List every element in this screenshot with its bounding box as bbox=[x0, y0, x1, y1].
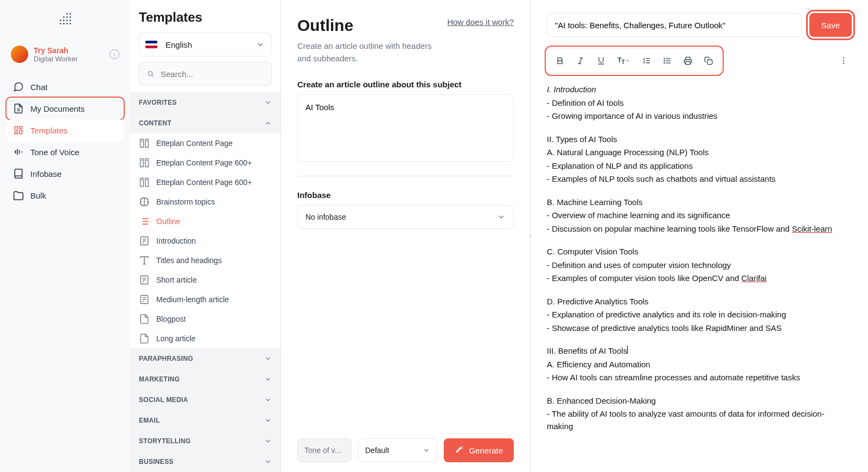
info-icon[interactable]: i bbox=[110, 49, 119, 59]
template-icon bbox=[139, 294, 150, 305]
nav-my-documents[interactable]: My Documents bbox=[7, 98, 124, 119]
svg-rect-6 bbox=[141, 159, 144, 167]
template-label: Short article bbox=[156, 276, 197, 284]
template-item[interactable]: Introduction bbox=[130, 231, 280, 251]
template-label: Titles and headings bbox=[156, 256, 222, 265]
nav-chat[interactable]: Chat bbox=[7, 76, 124, 98]
editor-content[interactable]: I. Introduction- Definition of AI tools-… bbox=[547, 84, 852, 472]
chevron-down-icon bbox=[264, 375, 272, 383]
group-business[interactable]: BUSINESS bbox=[130, 451, 280, 472]
template-icon bbox=[139, 333, 150, 344]
right-panel: Save TT I. Introduction- Definition of A… bbox=[531, 0, 868, 472]
svg-rect-7 bbox=[145, 159, 149, 167]
svg-point-49 bbox=[843, 60, 844, 61]
svg-line-36 bbox=[579, 58, 582, 64]
underline-button[interactable] bbox=[592, 52, 610, 70]
tone-icon bbox=[13, 146, 24, 157]
chevron-down-icon bbox=[250, 40, 271, 49]
svg-point-48 bbox=[843, 58, 844, 59]
page-title: Outline bbox=[297, 16, 438, 35]
template-icon bbox=[139, 216, 150, 227]
template-label: Blogpost bbox=[156, 315, 186, 323]
template-item[interactable]: Long article bbox=[130, 329, 280, 348]
group-storytelling[interactable]: STORYTELLING bbox=[130, 431, 280, 451]
templates-title: Templates bbox=[139, 10, 272, 25]
text-format-button[interactable]: TT bbox=[612, 52, 635, 70]
bullet-list-button[interactable] bbox=[658, 52, 676, 70]
template-icon bbox=[139, 138, 150, 149]
divider bbox=[297, 176, 514, 176]
how-does-it-work-link[interactable]: How does it work? bbox=[447, 16, 514, 29]
template-item[interactable]: Etteplan Content Page 600+ bbox=[130, 173, 280, 192]
generate-button[interactable]: Generate bbox=[444, 438, 514, 462]
ordered-list-button[interactable] bbox=[637, 52, 656, 70]
copy-button[interactable] bbox=[699, 52, 718, 70]
template-label: Medium-length article bbox=[156, 295, 229, 304]
center-panel: Outline Create an article outline with h… bbox=[281, 0, 531, 472]
svg-rect-10 bbox=[141, 178, 144, 187]
template-label: Etteplan Content Page 600+ bbox=[156, 158, 252, 167]
page-description: Create an article outline with headers a… bbox=[297, 40, 438, 65]
svg-rect-47 bbox=[707, 60, 712, 65]
chevron-down-icon bbox=[264, 417, 272, 424]
nav-tone[interactable]: Tone of Voice bbox=[7, 141, 124, 163]
group-paraphrasing[interactable]: PARAPHRASING bbox=[130, 348, 280, 369]
template-label: Outline bbox=[156, 217, 180, 226]
template-item[interactable]: Titles and headings bbox=[130, 251, 280, 270]
save-button[interactable]: Save bbox=[809, 13, 852, 37]
collapse-handle[interactable] bbox=[525, 225, 536, 247]
bottom-bar: Tone of v... Default Generate bbox=[297, 429, 514, 472]
template-item[interactable]: Outline bbox=[130, 212, 280, 231]
user-profile[interactable]: Try Sarah Digital Worker i bbox=[7, 41, 124, 67]
svg-rect-46 bbox=[686, 61, 690, 64]
template-item[interactable]: Short article bbox=[130, 270, 280, 290]
template-label: Brainstorm topics bbox=[156, 197, 215, 206]
chevron-up-icon bbox=[264, 119, 272, 127]
search-input[interactable] bbox=[161, 69, 264, 79]
template-icon bbox=[139, 196, 150, 207]
svg-point-0 bbox=[148, 72, 152, 76]
subject-input[interactable] bbox=[297, 94, 514, 162]
more-button[interactable] bbox=[835, 53, 852, 69]
template-item[interactable]: Etteplan Content Page 600+ bbox=[130, 153, 280, 173]
group-marketing[interactable]: MARKETING bbox=[130, 369, 280, 390]
nav-label: Tone of Voice bbox=[30, 148, 79, 157]
template-item[interactable]: Blogpost bbox=[130, 309, 280, 329]
group-email[interactable]: EMAIL bbox=[130, 410, 280, 431]
nav-infobase[interactable]: Infobase bbox=[7, 163, 124, 184]
tone-select[interactable]: Tone of v... bbox=[297, 438, 352, 462]
nav-label: Bulk bbox=[30, 191, 46, 200]
subject-label: Create an article outline about this sub… bbox=[297, 80, 514, 89]
svg-rect-11 bbox=[145, 178, 149, 187]
print-button[interactable] bbox=[679, 52, 697, 70]
chevron-down-icon bbox=[264, 99, 272, 106]
chevron-down-icon bbox=[264, 437, 272, 445]
search-input-wrapper[interactable] bbox=[139, 62, 272, 86]
nav-bulk[interactable]: Bulk bbox=[7, 184, 124, 206]
svg-point-45 bbox=[664, 62, 665, 63]
infobase-select[interactable]: No infobase bbox=[297, 205, 514, 229]
language-select[interactable]: English bbox=[139, 33, 272, 56]
bold-button[interactable] bbox=[551, 52, 569, 70]
document-title-input[interactable] bbox=[547, 13, 802, 37]
svg-point-50 bbox=[843, 63, 844, 64]
magic-wand-icon bbox=[455, 445, 464, 455]
template-icon bbox=[139, 275, 150, 285]
nav-templates[interactable]: Templates bbox=[7, 119, 124, 141]
group-social-media[interactable]: SOCIAL MEDIA bbox=[130, 390, 280, 410]
svg-line-1 bbox=[152, 75, 153, 76]
svg-rect-2 bbox=[141, 139, 144, 148]
templates-icon bbox=[13, 125, 24, 136]
template-item[interactable]: Etteplan Content Page bbox=[130, 133, 280, 153]
italic-button[interactable] bbox=[571, 52, 590, 70]
template-item[interactable]: Brainstorm topics bbox=[130, 192, 280, 212]
template-label: Long article bbox=[156, 334, 195, 343]
chevron-down-icon bbox=[423, 447, 430, 454]
nav-label: Chat bbox=[30, 82, 48, 92]
template-icon bbox=[139, 255, 150, 266]
template-icon bbox=[139, 235, 150, 246]
group-favorites[interactable]: FAVORITES bbox=[130, 92, 280, 113]
group-content[interactable]: CONTENT bbox=[130, 113, 280, 133]
template-item[interactable]: Medium-length article bbox=[130, 290, 280, 309]
default-select[interactable]: Default bbox=[358, 438, 437, 462]
